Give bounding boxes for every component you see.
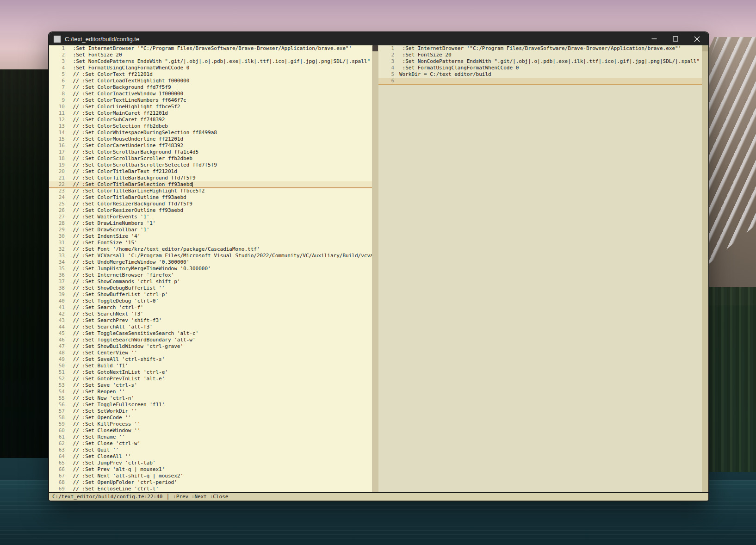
window-titlebar[interactable]: C:/text_editor/build/config.te — [49, 32, 708, 45]
code-line[interactable]: 62 // :Set Close 'ctrl-w' — [49, 440, 372, 447]
code-line[interactable]: 25 // :Set ColorResizerBackground ffd7f5… — [49, 201, 372, 207]
status-file-position: C:/text_editor/build/config.te:22:40 — [52, 493, 162, 501]
line-number: 41 — [49, 304, 66, 311]
code-line[interactable]: 9 // :Set ColorTextLineNumbers ff646f7c — [49, 97, 372, 104]
code-line[interactable]: 29 // :Set DrawScrollbar '1' — [49, 227, 372, 233]
code-line[interactable]: 68 // :Set OpenUpFolder 'ctrl-period' — [49, 479, 372, 486]
code-line[interactable]: 64 // :Set CloseAll '' — [49, 453, 372, 460]
code-line[interactable]: 20 // :Set ColorTitleBarText ff21201d — [49, 168, 372, 175]
code-line[interactable]: 8 // :Set ColorInactiveWindow 1f000000 — [49, 91, 372, 97]
right-editor-pane[interactable]: 1 :Set InternetBrowser '"C:/Program File… — [378, 45, 702, 492]
code-line[interactable]: 63 // :Set Quit '' — [49, 447, 372, 453]
line-text: WorkDir = C:/text_editor/build — [395, 71, 491, 78]
code-line[interactable]: 21 // :Set ColorTitleBarBackground ffd7f… — [49, 175, 372, 181]
code-line[interactable]: 5WorkDir = C:/text_editor/build — [378, 71, 702, 78]
line-number: 7 — [49, 84, 66, 91]
code-line[interactable]: 23 // :Set ColorTitleBarLineHighlight ff… — [49, 188, 372, 194]
left-pane-scrollbar[interactable] — [372, 45, 378, 492]
code-line[interactable]: 28 // :Set DrawLineNumbers '1' — [49, 220, 372, 227]
code-line[interactable]: 26 // :Set ColorResizerOutline ff93aebd — [49, 207, 372, 214]
code-line[interactable]: 36 // :Set InternetBrowser 'firefox' — [49, 272, 372, 279]
code-line[interactable]: 38 // :Set ShowDebugBufferList '' — [49, 285, 372, 291]
code-line[interactable]: 17 // :Set ColorScrollbarBackground ffa1… — [49, 149, 372, 155]
code-line[interactable]: 44 // :Set SearchAll 'alt-f3' — [49, 324, 372, 330]
code-line[interactable]: 16 // :Set ColorCaretUnderline ff748392 — [49, 142, 372, 149]
line-text: // :Set ColorLineHighlight ffbce5f2 — [66, 104, 180, 110]
code-line[interactable]: 65 // :Set JumpPrev 'ctrl-tab' — [49, 460, 372, 466]
code-line[interactable]: 34 // :Set UndoMergeTimeWindow '0.300000… — [49, 259, 372, 266]
code-line[interactable]: 4 :Set FormatUsingClangFormatWhenCCode 0 — [378, 65, 702, 71]
code-line[interactable]: 7 // :Set ColorBackground ffd7f5f9 — [49, 84, 372, 91]
left-scrollbar-thumb[interactable] — [372, 45, 378, 51]
code-line[interactable]: 54 // :Set Reopen '' — [49, 389, 372, 395]
maximize-button[interactable] — [668, 33, 683, 45]
line-number: 67 — [49, 473, 66, 479]
code-line[interactable]: 18 // :Set ColorScrollbarScroller ffb2db… — [49, 155, 372, 162]
right-scrollbar-thumb[interactable] — [702, 45, 708, 51]
code-line[interactable]: 3 :Set NonCodePatterns_EndsWith ".git/|.… — [378, 58, 702, 65]
code-line[interactable]: 27 // :Set WaitForEvents '1' — [49, 214, 372, 220]
code-line[interactable]: 14 // :Set ColorWhitespaceDuringSelectio… — [49, 130, 372, 136]
code-line[interactable]: 52 // :Set GotoPrevInList 'alt-e' — [49, 376, 372, 382]
code-line[interactable]: 22 // :Set ColorTitleBarSelection ff93ae… — [49, 181, 372, 188]
code-line[interactable]: 47 // :Set ShowBuildWindow 'ctrl-grave' — [49, 343, 372, 350]
line-text: // :Set ColorText ff21201d — [66, 71, 153, 78]
code-line[interactable]: 1 :Set InternetBrowser '"C:/Program File… — [378, 45, 702, 52]
code-line[interactable]: 15 // :Set ColorMouseUnderline ff21201d — [49, 136, 372, 142]
code-line[interactable]: 2 :Set FontSize 20 — [378, 52, 702, 58]
minimize-button[interactable] — [646, 33, 662, 45]
code-line[interactable]: 40 // :Set ToggleDebug 'ctrl-0' — [49, 298, 372, 304]
code-line[interactable]: 66 // :Set Prev 'alt-q | mousex1' — [49, 466, 372, 473]
code-line[interactable]: 35 // :Set JumpHistoryMergeTimeWindow '0… — [49, 266, 372, 272]
code-line[interactable]: 13 // :Set ColorSelection ffb2dbeb — [49, 123, 372, 130]
line-text: // :Set OpenUpFolder 'ctrl-period' — [66, 479, 177, 486]
code-line[interactable]: 69 // :Set EncloseLine 'ctrl-l' — [49, 486, 372, 492]
code-line[interactable]: 6 — [378, 78, 702, 84]
line-text: // :Set ColorTitleBarBackground ffd7f5f9 — [66, 175, 196, 181]
code-line[interactable]: 59 // :Set KillProcess '' — [49, 421, 372, 427]
code-line[interactable]: 32 // :Set Font '/home/krz/text_editor/p… — [49, 246, 372, 253]
code-line[interactable]: 19 // :Set ColorScrollbarScrollerSelecte… — [49, 162, 372, 168]
code-line[interactable]: 41 // :Set Search 'ctrl-f' — [49, 304, 372, 311]
code-line[interactable]: 67 // :Set Next 'alt-shift-q | mousex2' — [49, 473, 372, 479]
code-line[interactable]: 1 :Set InternetBrowser '"C:/Program File… — [49, 45, 372, 52]
window-controls — [646, 33, 705, 45]
code-line[interactable]: 2 :Set FontSize 20 — [49, 52, 372, 58]
code-line[interactable]: 30 // :Set IndentSize '4' — [49, 233, 372, 240]
line-number: 53 — [49, 382, 66, 389]
code-line[interactable]: 42 // :Set SearchNext 'f3' — [49, 311, 372, 317]
code-line[interactable]: 3 :Set NonCodePatterns_EndsWith ".git/|.… — [49, 58, 372, 65]
code-line[interactable]: 57 // :Set SetWorkDir '' — [49, 408, 372, 415]
code-line[interactable]: 39 // :Set ShowBufferList 'ctrl-p' — [49, 291, 372, 298]
code-line[interactable]: 49 // :Set SaveAll 'ctrl-shift-s' — [49, 356, 372, 363]
code-line[interactable]: 10 // :Set ColorLineHighlight ffbce5f2 — [49, 104, 372, 110]
code-line[interactable]: 53 // :Set Save 'ctrl-s' — [49, 382, 372, 389]
code-line[interactable]: 24 // :Set ColorTitleBarOutline ff93aebd — [49, 194, 372, 201]
code-line[interactable]: 5 // :Set ColorText ff21201d — [49, 71, 372, 78]
code-line[interactable]: 6 // :Set ColorLoadTextHighlight f000000 — [49, 78, 372, 84]
line-text: // :Set Reopen '' — [66, 389, 125, 395]
code-line[interactable]: 46 // :Set ToggleSearchWordBoundary 'alt… — [49, 337, 372, 343]
code-line[interactable]: 61 // :Set Rename '' — [49, 434, 372, 440]
code-line[interactable]: 45 // :Set ToggleCaseSensitiveSearch 'al… — [49, 330, 372, 337]
code-line[interactable]: 55 // :Set New 'ctrl-n' — [49, 395, 372, 402]
status-commands[interactable]: :Prev :Next :Close — [173, 493, 228, 501]
code-line[interactable]: 60 // :Set CloseWindow '' — [49, 427, 372, 434]
code-line[interactable]: 50 // :Set Build 'f1' — [49, 363, 372, 369]
code-line[interactable]: 11 // :Set ColorMainCaret ff21201d — [49, 110, 372, 117]
code-line[interactable]: 12 // :Set ColorSubCaret ff748392 — [49, 117, 372, 123]
code-line[interactable]: 31 // :Set FontSize '15' — [49, 240, 372, 246]
close-button[interactable] — [689, 33, 705, 45]
code-line[interactable]: 43 // :Set SearchPrev 'shift-f3' — [49, 317, 372, 324]
code-line[interactable]: 58 // :Set OpenCode '' — [49, 415, 372, 421]
line-number: 18 — [49, 155, 66, 162]
code-line[interactable]: 48 // :Set CenterView '' — [49, 350, 372, 356]
right-pane-scrollbar[interactable] — [702, 45, 708, 492]
code-line[interactable]: 4 :Set FormatUsingClangFormatWhenCCode 0 — [49, 65, 372, 71]
line-number: 38 — [49, 285, 66, 291]
code-line[interactable]: 37 // :Set ShowCommands 'ctrl-shift-p' — [49, 279, 372, 285]
left-editor-pane[interactable]: 1 :Set InternetBrowser '"C:/Program File… — [49, 45, 372, 492]
code-line[interactable]: 51 // :Set GotoNextInList 'ctrl-e' — [49, 369, 372, 376]
code-line[interactable]: 56 // :Set ToggleFullscreen 'f11' — [49, 402, 372, 408]
code-line[interactable]: 33 // :Set VCVarsall 'C:/Program Files/M… — [49, 253, 372, 259]
